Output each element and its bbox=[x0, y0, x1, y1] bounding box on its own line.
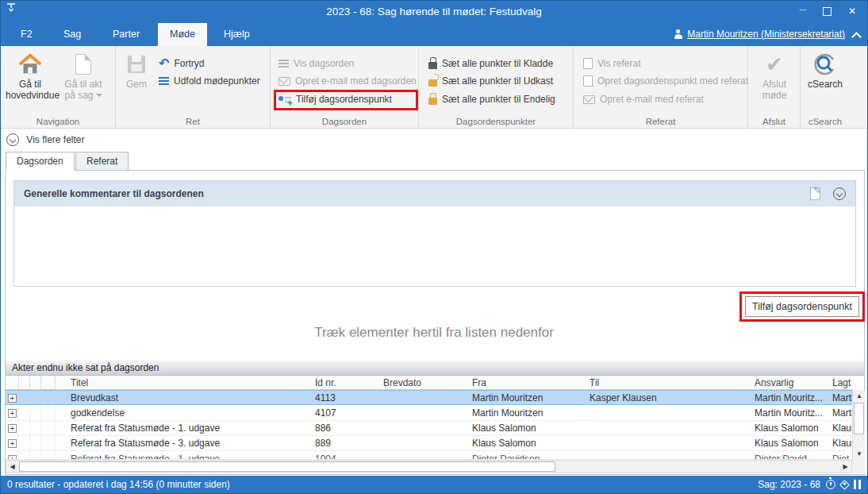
collapse-comments-icon[interactable] bbox=[833, 187, 846, 200]
create-email-agenda-button: Opret e-mail med dagsorden bbox=[278, 73, 417, 89]
column-header-brevdato[interactable]: Brevdato bbox=[383, 377, 463, 388]
table-row[interactable]: Referat fra Statusmøde - 3. udgave 889 K… bbox=[6, 436, 852, 451]
ribbon: Gå til hovedvindue Gå til akt på sag Nav… bbox=[1, 46, 867, 129]
column-header-lagt[interactable]: Lagt bbox=[832, 377, 852, 388]
column-header-id[interactable]: Id nr. bbox=[315, 377, 378, 388]
stopwatch-icon[interactable] bbox=[826, 480, 835, 489]
scroll-down-icon[interactable] bbox=[853, 448, 866, 460]
checkmark-icon bbox=[752, 50, 797, 79]
end-meeting-button: Afslut møde bbox=[752, 50, 797, 101]
list-icon bbox=[159, 77, 169, 85]
document-icon bbox=[58, 50, 109, 79]
comments-title: Generelle kommentarer til dagsordenen bbox=[24, 188, 204, 199]
tab-hjaelp[interactable]: Hjælp bbox=[212, 23, 262, 46]
vertical-scrollbar[interactable] bbox=[852, 390, 865, 460]
horizontal-scroll-thumb[interactable] bbox=[19, 461, 555, 472]
scroll-up-icon[interactable] bbox=[853, 390, 866, 402]
table-row[interactable]: Referat fra Statusmøde - 1. udgave 886 K… bbox=[6, 421, 852, 436]
tag-icon[interactable] bbox=[839, 480, 850, 490]
expand-icon[interactable] bbox=[8, 439, 17, 448]
window-title: 2023 - 68: Sag hørende til mødet: Festud… bbox=[96, 6, 772, 17]
gold-lock-icon bbox=[428, 98, 437, 105]
ribbon-group-referat: Vis referat Opret dagsordenspunkt med re… bbox=[574, 46, 748, 129]
user-name[interactable]: Martin Mouritzen (Ministersekretariat) bbox=[687, 29, 845, 40]
agenda-icon bbox=[278, 60, 289, 68]
ribbon-group-csearch: cSearch cSearch bbox=[801, 46, 850, 129]
close-button[interactable] bbox=[843, 3, 861, 19]
general-comments-header: Generelle kommentarer til dagsordenen bbox=[14, 181, 855, 206]
column-separators bbox=[18, 376, 19, 389]
column-header-titel[interactable]: Titel bbox=[71, 377, 309, 388]
set-all-udkast-button[interactable]: Sæt alle punkter til Udkast bbox=[428, 73, 553, 89]
tab-dagsorden[interactable]: Dagsorden bbox=[6, 152, 75, 171]
scrollbar-corner bbox=[852, 460, 865, 473]
table-body: Brevudkast 4113 Martin Mouritzen Kasper … bbox=[6, 390, 852, 460]
table-row-clipped[interactable]: Referat fra Statusmøde - 1. udgave 1004 … bbox=[6, 452, 852, 460]
scroll-right-icon[interactable] bbox=[839, 461, 851, 473]
user-menu[interactable]: Martin Mouritzen (Ministersekretariat) bbox=[674, 23, 845, 46]
go-to-main-window-button[interactable]: Gå til hovedvindue bbox=[6, 50, 55, 101]
person-icon bbox=[674, 29, 682, 39]
csearch-button[interactable]: cSearch bbox=[803, 50, 847, 90]
ribbon-tab-bar: F2 Sag Parter Møde Hjælp Martin Mouritze… bbox=[1, 23, 867, 46]
home-icon bbox=[6, 50, 55, 79]
open-lock-icon bbox=[428, 79, 437, 87]
table-header-row: Titel Id nr. Brevdato Fra Til Ansvarlig … bbox=[6, 376, 852, 390]
group-label-dagsordenspunkter: Dagsordenspunkter bbox=[419, 117, 573, 126]
tab-f2[interactable]: F2 bbox=[9, 23, 44, 46]
document-icon bbox=[583, 58, 593, 69]
ribbon-group-dagsordenspunkter: Sæt alle punkter til Kladde Sæt alle pun… bbox=[419, 46, 574, 129]
expand-icon[interactable] bbox=[8, 409, 17, 418]
chevron-down-circle-icon[interactable] bbox=[6, 133, 19, 146]
expand-icon[interactable] bbox=[8, 424, 17, 433]
table-row[interactable]: godkendelse 4107 Martin Mouritzen Martin… bbox=[6, 406, 852, 421]
list-header-bar: Akter endnu ikke sat på dagsorden bbox=[6, 361, 864, 376]
ribbon-group-navigation: Gå til hovedvindue Gå til akt på sag Nav… bbox=[1, 46, 116, 129]
go-to-record-button: Gå til akt på sag bbox=[58, 50, 109, 101]
column-header-ansvarlig[interactable]: Ansvarlig bbox=[755, 377, 831, 388]
create-item-with-minutes-button: Opret dagsordenspunkt med referat bbox=[583, 73, 748, 89]
show-minutes-button: Vis referat bbox=[583, 56, 640, 71]
save-button: Gem bbox=[121, 50, 152, 90]
add-agenda-item-icon bbox=[278, 95, 291, 105]
horizontal-scrollbar[interactable] bbox=[6, 460, 852, 473]
show-agenda-button: Vis dagsorden bbox=[278, 56, 355, 71]
tab-referat[interactable]: Referat bbox=[75, 152, 129, 171]
group-label-dagsorden: Dagsorden bbox=[271, 117, 418, 126]
show-more-fields[interactable]: Vis flere felter bbox=[1, 129, 867, 152]
vertical-scroll-thumb[interactable] bbox=[854, 403, 864, 434]
set-all-draft-button[interactable]: Sæt alle punkter til Kladde bbox=[428, 56, 553, 71]
collapse-ribbon-icon[interactable] bbox=[851, 30, 861, 40]
content-tab-bar: Dagsorden Referat bbox=[1, 152, 867, 171]
status-results-text: 0 resultater - opdateret i dag 14:56 (0 … bbox=[7, 476, 230, 493]
mail-icon bbox=[278, 77, 290, 86]
ribbon-group-ret: Gem Fortryd Udfold mødepunkter Ret bbox=[116, 46, 271, 129]
group-label-csearch: cSearch bbox=[801, 117, 850, 126]
column-header-fra[interactable]: Fra bbox=[472, 377, 583, 388]
column-header-til[interactable]: Til bbox=[590, 377, 748, 388]
maximize-button[interactable] bbox=[818, 3, 835, 19]
mail-icon bbox=[583, 95, 595, 104]
edit-icon[interactable] bbox=[810, 187, 820, 200]
application-window: 2023 - 68: Sag hørende til mødet: Festud… bbox=[0, 0, 868, 494]
undo-button[interactable]: Fortryd bbox=[159, 56, 204, 71]
scroll-left-icon[interactable] bbox=[6, 461, 18, 473]
minimize-button[interactable] bbox=[794, 3, 812, 19]
add-agenda-item-ribbon-button[interactable]: Tilføj dagsordenspunkt bbox=[278, 91, 392, 107]
window-icon bbox=[6, 3, 16, 13]
expand-icon[interactable] bbox=[8, 394, 17, 403]
tab-mode[interactable]: Møde bbox=[158, 23, 207, 46]
pause-icon[interactable] bbox=[854, 480, 861, 489]
ribbon-group-dagsorden: Vis dagsorden Opret e-mail med dagsorden… bbox=[271, 46, 419, 129]
drag-hint-text: Træk elementer hertil fra listen nedenfo… bbox=[1, 325, 867, 341]
create-email-minutes-button: Opret e-mail med referat bbox=[583, 91, 704, 107]
add-agenda-item-button[interactable]: Tilføj dagsordenspunkt bbox=[745, 296, 859, 317]
document-arrow-icon bbox=[583, 75, 593, 87]
tab-parter[interactable]: Parter bbox=[101, 23, 152, 46]
group-label-afslut: Afslut bbox=[748, 117, 800, 126]
unfold-items-button[interactable]: Udfold mødepunkter bbox=[159, 73, 260, 89]
tab-sag[interactable]: Sag bbox=[52, 23, 93, 46]
set-all-final-button[interactable]: Sæt alle punkter til Endelig bbox=[428, 91, 555, 107]
table-row[interactable]: Brevudkast 4113 Martin Mouritzen Kasper … bbox=[6, 390, 852, 405]
dropdown-caret-icon bbox=[96, 94, 102, 97]
